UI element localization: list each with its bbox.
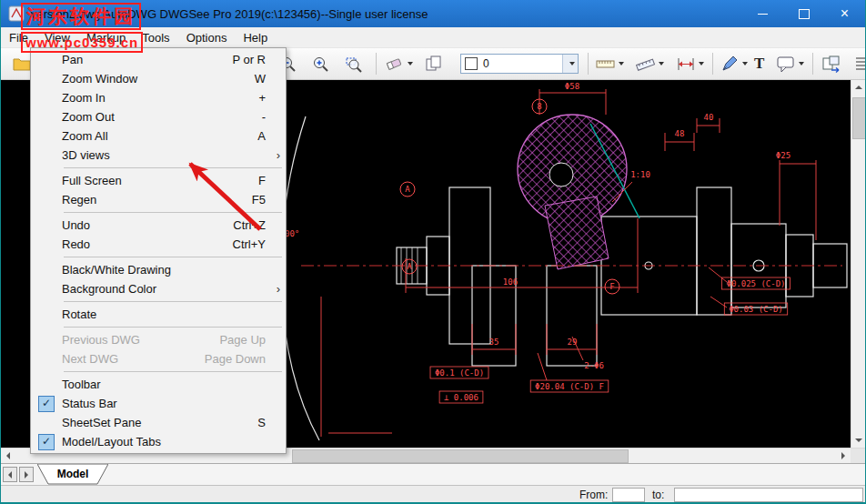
measure-distance-button[interactable] <box>674 52 706 76</box>
checkmark-icon: ✓ <box>38 396 55 412</box>
horizontal-scroll-thumb[interactable] <box>292 449 629 463</box>
scroll-right-button[interactable] <box>836 449 850 463</box>
compare-sheets-button[interactable] <box>422 52 446 76</box>
hatch-lines-button[interactable] <box>852 52 866 76</box>
menu-item-shortcut: Page Up <box>219 333 271 347</box>
menu-options[interactable]: Options <box>178 29 236 46</box>
dimension-annotations: AAF81:10484035291062-Φ6Φ20.04 (C-D) FΦ0.… <box>270 82 790 403</box>
eraser-button[interactable] <box>383 52 415 76</box>
menu-item-shortcut: S <box>257 416 271 429</box>
menu-item-next-dwg[interactable]: Next DWGPage Down <box>31 349 286 368</box>
minimize-button[interactable] <box>742 0 783 27</box>
maximize-button[interactable] <box>783 0 824 27</box>
scroll-left-button[interactable] <box>1 449 15 463</box>
menu-item-label: Toolbar <box>62 378 101 391</box>
menu-item-black-white-drawing[interactable]: Black/White Drawing <box>31 260 286 279</box>
dropdown-arrow-icon[interactable] <box>699 62 704 66</box>
menu-item-label: SheetSet Pane <box>62 416 141 429</box>
menu-help[interactable]: Help <box>235 29 276 46</box>
toolbar-separator <box>588 53 589 75</box>
menu-item-shortcut: F <box>258 174 271 187</box>
toolbar-separator <box>376 53 377 75</box>
dropdown-arrow-icon <box>569 62 575 66</box>
menu-item-pan[interactable]: PanP or R <box>31 50 286 69</box>
comment-button[interactable] <box>774 52 806 76</box>
toolbar-separator <box>712 53 713 75</box>
from-label: From: <box>579 489 608 501</box>
pen-button[interactable] <box>719 52 750 76</box>
watermark-line2: www.pc0359.cn <box>21 32 143 53</box>
vertical-scrollbar[interactable] <box>851 80 865 448</box>
menu-item-rotate[interactable]: Rotate <box>31 305 286 324</box>
menu-item-shortcut: + <box>258 91 271 105</box>
menu-item-zoom-all[interactable]: Zoom AllA <box>31 126 286 146</box>
measure-ruler-button[interactable] <box>594 52 626 76</box>
dimension-label: F <box>609 282 614 291</box>
watermark: 河东软件园 www.pc0359.cn <box>21 3 143 53</box>
dropdown-arrow-icon[interactable] <box>408 62 413 66</box>
dimension-label: 40 <box>704 113 714 122</box>
menu-item-background-color[interactable]: Background Color› <box>31 279 286 298</box>
menu-item-status-bar[interactable]: ✓Status Bar <box>31 394 286 413</box>
menu-item-zoom-out[interactable]: Zoom Out- <box>31 107 286 126</box>
to-field[interactable] <box>674 488 863 502</box>
menu-item-model-layout-tabs[interactable]: ✓Model/Layout Tabs <box>31 432 286 451</box>
dropdown-arrow-icon[interactable] <box>799 62 804 66</box>
layer-combo-dropdown-button[interactable] <box>562 55 578 73</box>
menu-item-3d-views[interactable]: 3D views› <box>31 146 286 165</box>
dimension-label: Φ20.04 (C-D) F <box>535 382 604 391</box>
menu-separator <box>64 301 282 302</box>
submenu-arrow-icon: › <box>271 282 286 296</box>
export-button[interactable] <box>820 52 845 76</box>
tab-scroll-left-button[interactable] <box>3 467 17 482</box>
dimension-label: 2-Φ6 <box>584 361 604 370</box>
close-button[interactable]: × <box>824 0 865 27</box>
menu-item-zoom-in[interactable]: Zoom In+ <box>31 88 286 107</box>
menu-item-undo[interactable]: UndoCtrl+Z <box>31 216 286 235</box>
close-icon: × <box>841 6 849 21</box>
watermark-line1: 河东软件园 <box>21 3 141 30</box>
menu-item-label: Full Screen <box>62 174 122 187</box>
from-field[interactable] <box>612 488 645 502</box>
measure-angle-button[interactable] <box>634 52 666 76</box>
menu-item-previous-dwg[interactable]: Previous DWGPage Up <box>31 330 286 349</box>
menu-item-toolbar[interactable]: Toolbar <box>31 375 286 394</box>
menu-item-label: Redo <box>62 237 90 251</box>
menu-item-shortcut: Page Down <box>205 352 271 366</box>
arrow-down-icon <box>855 438 862 446</box>
minimize-icon <box>758 14 768 15</box>
scroll-down-button[interactable] <box>851 433 865 448</box>
menu-item-sheetset-pane[interactable]: SheetSet PaneS <box>31 413 286 432</box>
zoom-in-button[interactable] <box>309 52 332 76</box>
toolbar-separator <box>812 53 813 75</box>
menu-item-shortcut: Ctrl+Z <box>233 218 271 232</box>
menu-item-zoom-window[interactable]: Zoom WindowW <box>31 69 286 88</box>
menu-item-shortcut: P or R <box>232 53 271 66</box>
text-button[interactable]: T <box>752 52 766 76</box>
menu-item-label: Model/Layout Tabs <box>62 435 161 449</box>
dimension-label: 48 <box>675 129 685 138</box>
dropdown-arrow-icon[interactable] <box>742 62 748 66</box>
menu-item-shortcut: A <box>257 129 271 143</box>
menu-item-regen[interactable]: RegenF5 <box>31 190 286 209</box>
tab-model[interactable]: Model <box>37 464 108 485</box>
dimension-label: A <box>405 185 410 194</box>
menu-item-label: Background Color <box>62 282 156 296</box>
dimension-label: Φ0.025 (C-D) <box>726 279 785 288</box>
dimension-label: 8 <box>537 102 541 111</box>
tab-scroll-right-button[interactable] <box>19 467 34 482</box>
menu-item-full-screen[interactable]: Full ScreenF <box>31 171 286 190</box>
dimension-label: ⊥ 0.006 <box>444 393 478 402</box>
arrow-up-icon <box>855 82 862 89</box>
dropdown-arrow-icon[interactable] <box>659 62 664 66</box>
vertical-scroll-thumb[interactable] <box>852 97 866 139</box>
zoom-window-button[interactable] <box>342 52 365 76</box>
menu-separator <box>64 327 282 328</box>
menu-separator <box>64 371 282 372</box>
checkmark-icon: ✓ <box>38 434 55 450</box>
dropdown-arrow-icon[interactable] <box>619 62 624 66</box>
layer-combo[interactable]: 0 <box>460 54 579 74</box>
menu-item-redo[interactable]: RedoCtrl+Y <box>31 235 286 254</box>
dimension-label: 29 <box>568 338 578 347</box>
scroll-up-button[interactable] <box>851 80 865 95</box>
